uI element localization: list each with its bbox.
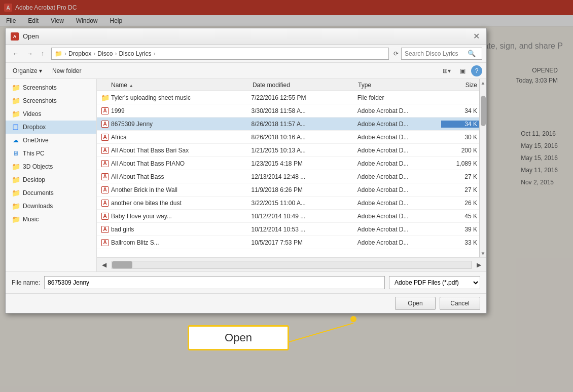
sidebar-item-desktop[interactable]: 📁 Desktop [6, 173, 96, 186]
file-date: 10/12/2014 10:53 ... [249, 226, 355, 233]
dialog-title-text: Open [23, 32, 39, 40]
table-row[interactable]: A All About That Bass Bari Sax 1/21/2015… [97, 144, 479, 157]
preview-button[interactable]: ▣ [456, 65, 469, 76]
file-name: Baby I love your way... [111, 213, 249, 220]
file-date: 1/23/2015 4:18 PM [249, 160, 355, 167]
sidebar: 📁 Screenshots 📁 Screenshots 📁 Videos ❐ D… [6, 79, 97, 271]
file-name: Africa [111, 134, 249, 141]
table-row[interactable]: A All About That Bass PIANO 1/23/2015 4:… [97, 157, 479, 170]
scroll-left-button[interactable]: ◀ [99, 260, 110, 270]
file-type: Adobe Acrobat D... [355, 134, 441, 141]
col-header-date[interactable]: Date modified [250, 82, 356, 89]
toolbar: Organize ▾ New folder ⊞▾ ▣ ? [6, 63, 486, 79]
forward-button[interactable]: → [24, 48, 36, 59]
breadcrumb-disco-lyrics[interactable]: Disco Lyrics [119, 50, 151, 57]
table-row[interactable]: A All About That Bass 12/13/2014 12:48 .… [97, 170, 479, 183]
sidebar-item-documents[interactable]: 📁 Documents [6, 186, 96, 200]
col-header-type[interactable]: Type [356, 82, 441, 89]
open-highlight-annotation[interactable]: Open [188, 325, 289, 350]
file-type: Adobe Acrobat D... [355, 121, 441, 128]
table-row[interactable]: A 8675309 Jenny 8/26/2018 11:57 A... Ado… [97, 117, 479, 131]
button-bar: Open Cancel [6, 293, 486, 313]
breadcrumb-disco[interactable]: Disco [97, 50, 113, 57]
help-button[interactable]: ? [471, 65, 482, 76]
sidebar-label-3dobjects: 3D Objects [23, 163, 53, 170]
file-type: Adobe Acrobat D... [355, 107, 441, 114]
file-name: bad girls [111, 226, 249, 233]
pdf-icon: A [101, 186, 109, 193]
file-size: 200 K [441, 147, 479, 154]
vertical-scrollbar[interactable]: ▲ ▼ [479, 79, 486, 257]
refresh-button[interactable]: ⟳ [393, 50, 399, 58]
new-folder-button[interactable]: New folder [49, 66, 84, 76]
sidebar-item-screenshots2[interactable]: 📁 Screenshots [6, 94, 96, 107]
col-header-name[interactable]: Name ▲ [107, 82, 250, 89]
folder-icon: 📁 [12, 189, 20, 197]
table-row[interactable]: A Baby I love your way... 10/12/2014 10:… [97, 210, 479, 223]
file-name: Another Brick in the Wall [111, 186, 249, 193]
sidebar-item-music[interactable]: 📁 Music [6, 213, 96, 226]
file-name: Ballroom Blitz S... [111, 239, 249, 246]
file-date: 10/5/2017 7:53 PM [249, 239, 355, 246]
pdf-icon: A [101, 134, 109, 141]
folder-icon: 📁 [12, 163, 20, 171]
file-name: Tyler's uploading sheet music [111, 94, 249, 101]
organize-button[interactable]: Organize ▾ [10, 66, 45, 76]
table-row[interactable]: A Ballroom Blitz S... 10/5/2017 7:53 PM … [97, 236, 479, 249]
sidebar-item-downloads[interactable]: 📁 Downloads [6, 200, 96, 213]
filename-input[interactable] [44, 276, 385, 289]
scroll-right-button[interactable]: ▶ [474, 260, 484, 270]
pdf-icon: A [101, 213, 109, 220]
up-button[interactable]: ↑ [38, 48, 47, 59]
back-button[interactable]: ← [10, 48, 22, 59]
filetype-select[interactable]: Adobe PDF Files (*.pdf) [389, 276, 480, 289]
sidebar-item-onedrive[interactable]: ☁ OneDrive [6, 134, 96, 147]
breadcrumb[interactable]: 📁 › Dropbox › Disco › Disco Lyrics › [51, 48, 389, 60]
horizontal-scrollbar[interactable] [112, 261, 472, 269]
sidebar-item-screenshots1[interactable]: 📁 Screenshots [6, 81, 96, 94]
file-date: 3/30/2018 11:58 A... [249, 107, 355, 114]
pdf-icon: A [101, 107, 109, 114]
file-date: 10/12/2014 10:49 ... [249, 213, 355, 220]
sidebar-item-3dobjects[interactable]: 📁 3D Objects [6, 160, 96, 173]
folder-icon: 📁 [12, 202, 20, 210]
table-row[interactable]: A 1999 3/30/2018 11:58 A... Adobe Acroba… [97, 104, 479, 117]
scroll-thumb-h[interactable] [112, 261, 132, 268]
table-row[interactable]: A bad girls 10/12/2014 10:53 ... Adobe A… [97, 223, 479, 236]
table-row[interactable]: 📁 Tyler's uploading sheet music 7/22/201… [97, 91, 479, 104]
sidebar-label-screenshots1: Screenshots [23, 84, 57, 91]
file-name: All About That Bass [111, 173, 249, 180]
file-size: 1,089 K [441, 160, 479, 167]
breadcrumb-dropbox[interactable]: Dropbox [68, 50, 91, 57]
file-name: 8675309 Jenny [111, 121, 249, 128]
search-input[interactable] [405, 50, 465, 57]
file-date: 7/22/2016 12:55 PM [249, 94, 355, 101]
table-row[interactable]: A Africa 8/26/2018 10:16 A... Adobe Acro… [97, 131, 479, 144]
close-button[interactable]: ✕ [471, 31, 481, 42]
sidebar-item-dropbox[interactable]: ❐ Dropbox [6, 121, 96, 134]
file-type: Adobe Acrobat D... [355, 160, 441, 167]
folder-icon: 📁 [12, 97, 20, 105]
view-button[interactable]: ⊞▾ [439, 65, 454, 76]
dialog-app-icon: A [11, 32, 19, 41]
cancel-button[interactable]: Cancel [440, 297, 480, 310]
open-button[interactable]: Open [395, 297, 436, 310]
sidebar-item-thispc[interactable]: 🖥 This PC [6, 147, 96, 160]
sidebar-items: 📁 Screenshots 📁 Screenshots 📁 Videos ❐ D… [6, 81, 96, 226]
pdf-icon: A [101, 173, 109, 180]
file-size: 26 K [441, 200, 479, 207]
file-type: Adobe Acrobat D... [355, 239, 441, 246]
sidebar-label-screenshots2: Screenshots [23, 97, 57, 104]
file-size: 45 K [441, 213, 479, 220]
sidebar-item-videos[interactable]: 📁 Videos [6, 107, 96, 121]
file-type: Adobe Acrobat D... [355, 226, 441, 233]
col-header-size[interactable]: Size [441, 82, 479, 89]
file-date: 11/9/2018 6:26 PM [249, 186, 355, 193]
breadcrumb-icon: 📁 [55, 50, 62, 57]
scrollbar-thumb[interactable] [481, 96, 486, 126]
sidebar-label-desktop: Desktop [23, 176, 45, 183]
table-row[interactable]: A Another Brick in the Wall 11/9/2018 6:… [97, 183, 479, 197]
table-row[interactable]: A another one bites the dust 3/22/2015 1… [97, 197, 479, 210]
folder-icon: 📁 [12, 110, 20, 118]
dialog-body: 📁 Screenshots 📁 Screenshots 📁 Videos ❐ D… [6, 79, 486, 271]
